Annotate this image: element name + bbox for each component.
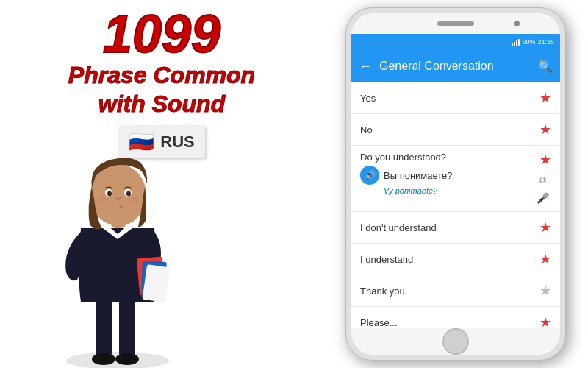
mic-icon[interactable]: 🎤 [537,192,549,204]
left-section: 1099 Phrase Common with Sound 🇷🇺 RUS [0,0,323,368]
phrase-text: Thank you [360,286,534,297]
phrase-text: I don't understand [360,222,534,233]
header-title: General Conversation [379,60,531,73]
status-bar: 60% 21:35 [351,34,560,50]
signal-bar-1 [512,43,513,46]
phrase-item[interactable]: No ★ [351,114,560,146]
phrase-item[interactable]: Please... ★ [351,307,560,328]
star-icon[interactable]: ★ [539,152,551,168]
phrase-list: Yes ★ No ★ Do you understand? 🔊 [351,82,560,328]
person-svg [22,110,213,368]
speaker-button[interactable]: 🔊 [360,166,379,185]
phone-top-bar [351,13,560,34]
svg-rect-1 [96,294,112,361]
phrase-item[interactable]: Thank you ★ [351,275,560,307]
home-button[interactable] [442,328,469,355]
svg-rect-7 [142,264,170,302]
star-icon[interactable]: ★ [539,251,551,267]
phrase-item[interactable]: I understand ★ [351,244,560,275]
svg-point-15 [98,197,108,203]
phrase-text: I understand [360,254,534,265]
phone-home-bar [351,328,560,355]
phone-speaker [437,21,474,26]
battery-text: 60% [522,38,535,46]
app-header: ← General Conversation 🔍 [351,50,560,82]
signal-bar-3 [516,40,517,46]
phrase-item-expanded[interactable]: Do you understand? 🔊 Вы понимаете? Vy po… [351,146,560,212]
svg-point-16 [129,197,139,203]
svg-rect-2 [119,294,135,361]
star-icon[interactable]: ★ [539,314,551,328]
back-button[interactable]: ← [359,59,372,74]
phone-inner: 60% 21:35 ← General Conversation 🔍 Yes ★ [351,13,560,355]
svg-point-12 [107,191,112,197]
phrase-item[interactable]: Yes ★ [351,82,560,114]
phone-camera [514,21,520,26]
app-title-number: 1099 [103,7,220,60]
star-icon[interactable]: ★ [539,283,551,299]
signal-bars [512,38,520,46]
phrase-text: Yes [360,93,534,104]
search-icon[interactable]: 🔍 [538,60,553,74]
phrase-text: No [360,124,534,135]
svg-point-14 [109,205,121,213]
signal-bar-2 [514,42,515,46]
expanded-row: Do you understand? 🔊 Вы понимаете? Vy po… [360,152,551,204]
star-icon[interactable]: ★ [539,90,551,106]
time-text: 21:35 [537,38,554,46]
svg-point-9 [90,164,146,226]
status-icons: 60% 21:35 [512,38,554,46]
translation-row: 🔊 Вы понимаете? [360,166,528,185]
star-icon[interactable]: ★ [539,121,551,138]
phrase-text: Please... [360,317,534,328]
copy-icon[interactable]: ⧉ [539,174,546,186]
transliteration-text: Vy ponimaete? [384,186,528,195]
expanded-content: Do you understand? 🔊 Вы понимаете? Vy po… [360,152,528,195]
russian-text: Вы понимаете? [384,170,453,181]
svg-point-4 [115,353,139,365]
person-illustration [22,110,213,368]
expanded-phrase: Do you understand? [360,152,528,163]
svg-point-3 [92,353,115,365]
expanded-icons: ★ ⧉ 🎤 [534,152,551,204]
phrase-item[interactable]: I don't understand ★ [351,212,560,244]
signal-bar-4 [518,39,520,46]
phone-outer: 60% 21:35 ← General Conversation 🔍 Yes ★ [345,7,566,361]
star-icon[interactable]: ★ [539,219,551,236]
svg-point-13 [126,191,131,197]
phone-container: 60% 21:35 ← General Conversation 🔍 Yes ★ [345,7,581,361]
app-title-phrase: Phrase Common [68,62,255,89]
